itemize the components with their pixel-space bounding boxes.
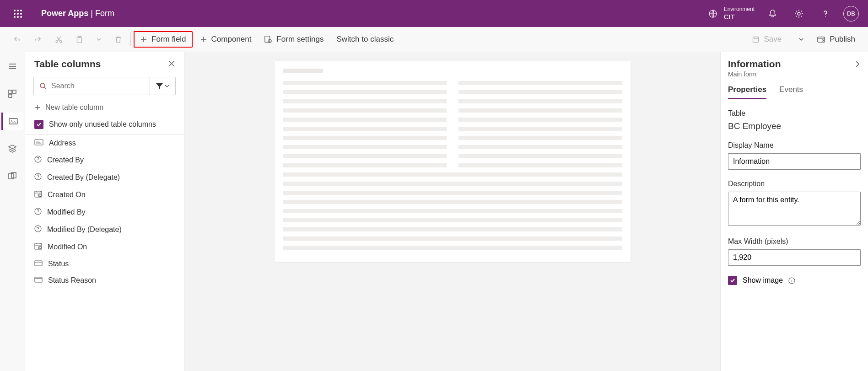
column-item[interactable]: Modified By <box>25 204 184 221</box>
paste-icon <box>75 36 83 43</box>
tab-properties[interactable]: Properties <box>728 85 766 99</box>
svg-rect-20 <box>9 90 12 93</box>
show-image-label: Show image <box>743 276 783 285</box>
show-unused-label: Show only unused table columns <box>49 120 156 129</box>
skeleton-row <box>458 154 622 158</box>
paste-more-button[interactable] <box>91 34 107 45</box>
save-more-button[interactable] <box>793 34 809 45</box>
publish-button[interactable]: Publish <box>811 32 861 47</box>
properties-panel: Information Main form Properties Events … <box>720 52 868 371</box>
undo-icon <box>13 35 21 43</box>
plus-icon <box>200 36 207 43</box>
new-table-column-button[interactable]: New table column <box>25 100 184 115</box>
chevron-down-icon <box>798 37 804 42</box>
table-label: Table <box>728 109 861 118</box>
save-label: Save <box>764 35 782 44</box>
skeleton-row <box>283 99 447 103</box>
form-settings-button[interactable]: Form settings <box>259 32 329 47</box>
undo-button[interactable] <box>7 32 27 46</box>
column-item-label: Modified On <box>48 243 87 251</box>
info-icon[interactable] <box>788 277 795 284</box>
skeleton-row <box>283 118 447 122</box>
skeleton-row <box>283 191 622 195</box>
column-item[interactable]: Created On <box>25 186 184 204</box>
search-input[interactable] <box>51 82 144 90</box>
svg-point-1 <box>17 10 19 11</box>
tab-events[interactable]: Events <box>779 85 803 99</box>
svg-point-27 <box>40 83 45 88</box>
maxwidth-input[interactable] <box>728 249 861 266</box>
chevron-right-icon[interactable] <box>854 61 861 67</box>
redo-button[interactable] <box>28 32 48 46</box>
plus-icon <box>140 36 147 43</box>
properties-title: Information <box>728 59 781 70</box>
components-rail-button[interactable] <box>1 85 23 102</box>
component-label: Component <box>211 35 252 44</box>
skeleton-row <box>283 209 622 213</box>
abc-icon: Abc <box>9 118 18 124</box>
q-icon <box>34 173 42 182</box>
show-unused-checkbox-row[interactable]: Show only unused table columns <box>25 115 184 135</box>
svg-text:Abc: Abc <box>11 120 16 123</box>
column-item[interactable]: Created By (Delegate) <box>25 169 184 186</box>
column-item[interactable]: Modified By (Delegate) <box>25 221 184 238</box>
delete-button[interactable] <box>109 33 128 46</box>
env-name: CIT <box>724 13 755 22</box>
svg-point-8 <box>20 16 22 18</box>
layers-rail-button[interactable] <box>1 140 23 157</box>
cut-button[interactable] <box>49 33 68 46</box>
description-input[interactable] <box>728 192 861 226</box>
tree-view-button[interactable] <box>1 58 23 75</box>
form-canvas[interactable] <box>184 52 720 371</box>
notifications-button[interactable] <box>759 0 786 27</box>
show-image-checkbox-row[interactable]: Show image <box>728 276 861 285</box>
skeleton-row <box>283 145 447 149</box>
skeleton-section-title <box>283 69 323 73</box>
user-avatar[interactable]: DB <box>843 6 859 22</box>
skeleton-row <box>283 227 622 231</box>
skeleton-row <box>283 218 622 222</box>
chevron-down-icon <box>165 84 169 88</box>
switch-classic-label: Switch to classic <box>336 35 394 44</box>
libraries-rail-button[interactable] <box>1 167 23 185</box>
form-field-button[interactable]: Form field <box>134 31 193 48</box>
skeleton-row <box>283 237 622 241</box>
svg-rect-42 <box>35 261 42 266</box>
environment-picker[interactable]: Environment CIT <box>708 6 755 22</box>
svg-point-13 <box>60 40 62 42</box>
close-panel-button[interactable] <box>168 60 175 68</box>
column-item[interactable]: Modified On <box>25 238 184 256</box>
checkbox-checked <box>34 120 43 129</box>
column-item[interactable]: Status Reason <box>25 272 184 289</box>
display-name-input[interactable] <box>728 153 861 170</box>
waffle-icon <box>14 10 22 18</box>
save-button[interactable]: Save <box>746 32 787 47</box>
command-bar: Form field Component Form settings Switc… <box>0 27 868 52</box>
switch-classic-button[interactable]: Switch to classic <box>331 32 399 47</box>
svg-point-37 <box>38 213 38 213</box>
column-item[interactable]: Status <box>25 256 184 272</box>
skeleton-row <box>283 136 447 140</box>
component-button[interactable]: Component <box>194 32 257 47</box>
bell-icon <box>768 9 777 18</box>
q-icon <box>34 156 42 165</box>
help-button[interactable] <box>812 0 839 27</box>
search-row <box>33 77 176 95</box>
plus-icon <box>34 104 41 111</box>
paste-button[interactable] <box>70 33 89 46</box>
column-item[interactable]: Created By <box>25 151 184 169</box>
svg-point-11 <box>825 16 826 17</box>
library-icon <box>8 172 16 180</box>
columns-rail-button[interactable]: Abc <box>1 113 23 130</box>
filter-button[interactable] <box>150 77 175 95</box>
svg-point-6 <box>14 16 16 18</box>
form-card[interactable] <box>275 61 631 262</box>
column-item-label: Status Reason <box>48 276 96 285</box>
skeleton-row <box>458 81 622 85</box>
gear-icon <box>794 9 803 18</box>
redo-icon <box>34 35 42 43</box>
column-item[interactable]: AbcAddress <box>25 135 184 151</box>
app-launcher[interactable] <box>5 0 31 27</box>
settings-button[interactable] <box>786 0 812 27</box>
components-icon <box>8 90 16 98</box>
